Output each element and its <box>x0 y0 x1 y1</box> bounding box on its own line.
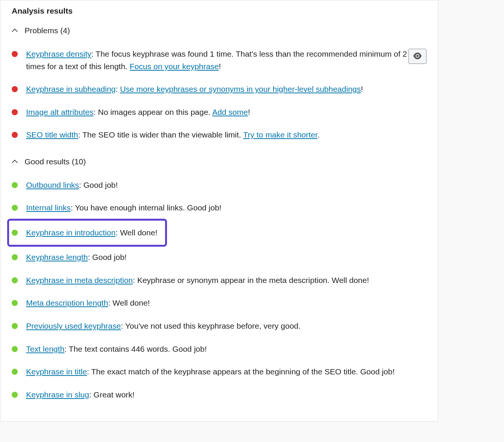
problems-section-toggle[interactable]: Problems (4) <box>12 26 427 35</box>
status-bullet-green <box>12 205 18 211</box>
status-bullet-red <box>12 51 18 57</box>
status-bullet-green <box>12 346 18 352</box>
result-text: Image alt attributes: No images appear o… <box>26 106 427 119</box>
result-action-link[interactable]: Focus on your keyphrase <box>130 62 219 71</box>
good-results-list: Outbound links: Good job! Internal links… <box>12 174 427 406</box>
result-item: Keyphrase density: The focus keyphrase w… <box>12 43 427 78</box>
result-text: Meta description length: Well done! <box>26 297 427 309</box>
status-bullet-green <box>12 323 18 329</box>
result-item: Keyphrase in subheading: Use more keyphr… <box>12 78 427 101</box>
result-link[interactable]: Text length <box>26 345 65 353</box>
result-link[interactable]: Image alt attributes <box>26 108 94 116</box>
good-results-section-toggle[interactable]: Good results (10) <box>12 157 427 166</box>
result-item: Text length: The text contains 446 words… <box>12 338 427 361</box>
result-link[interactable]: Keyphrase in introduction <box>26 228 116 237</box>
result-link[interactable]: Internal links <box>26 203 71 212</box>
result-item: Outbound links: Good job! <box>12 174 427 197</box>
status-bullet-green <box>12 277 18 283</box>
status-bullet-red <box>12 132 18 138</box>
result-link[interactable]: Keyphrase density <box>26 49 91 58</box>
result-link[interactable]: SEO title width <box>26 130 78 139</box>
status-bullet-green <box>12 392 18 398</box>
result-text: Outbound links: Good job! <box>26 179 427 192</box>
result-text: Keyphrase in subheading: Use more keyphr… <box>26 83 427 96</box>
result-text: Keyphrase in meta description: Keyphrase… <box>26 274 427 287</box>
chevron-up-icon <box>12 159 18 165</box>
status-bullet-green <box>12 182 18 188</box>
result-text: Previously used keyphrase: You've not us… <box>26 320 427 332</box>
chevron-up-icon <box>12 28 18 34</box>
status-bullet-green <box>12 300 18 306</box>
result-action-link[interactable]: Add some <box>212 108 248 116</box>
result-item: Keyphrase in meta description: Keyphrase… <box>12 269 427 292</box>
result-link[interactable]: Keyphrase in slug <box>26 390 89 399</box>
good-results-section-label: Good results (10) <box>25 157 86 166</box>
result-action-link[interactable]: Try to make it shorter <box>243 130 317 139</box>
result-text: Keyphrase in slug: Great work! <box>26 389 427 401</box>
mark-button[interactable] <box>408 49 427 64</box>
result-link[interactable]: Keyphrase in meta description <box>26 276 133 284</box>
result-item-highlighted: Keyphrase in introduction: Well done! <box>7 219 167 247</box>
result-link[interactable]: Keyphrase in title <box>26 367 87 376</box>
result-item: Internal links: You have enough internal… <box>12 196 427 219</box>
result-link[interactable]: Keyphrase length <box>26 253 88 261</box>
result-text: Keyphrase in introduction: Well done! <box>26 227 158 239</box>
result-link[interactable]: Keyphrase in subheading <box>26 85 116 93</box>
result-text: Text length: The text contains 446 words… <box>26 343 427 355</box>
status-bullet-green <box>12 254 18 260</box>
result-item: Keyphrase in slug: Great work! <box>12 383 427 406</box>
panel-title: Analysis results <box>12 6 427 15</box>
result-link[interactable]: Outbound links <box>26 181 79 189</box>
status-bullet-green <box>12 230 18 236</box>
status-bullet-green <box>12 369 18 375</box>
result-text: Keyphrase in title: The exact match of t… <box>26 366 427 378</box>
problems-list: Keyphrase density: The focus keyphrase w… <box>12 43 427 147</box>
result-text: SEO title width: The SEO title is wider … <box>26 129 427 141</box>
result-item: Image alt attributes: No images appear o… <box>12 101 427 124</box>
result-item: Keyphrase length: Good job! <box>12 246 427 269</box>
analysis-results-panel: Analysis results Problems (4) Keyphrase … <box>0 0 438 422</box>
result-item: Keyphrase in title: The exact match of t… <box>12 360 427 383</box>
result-text: Keyphrase density: The focus keyphrase w… <box>26 48 427 73</box>
result-item: SEO title width: The SEO title is wider … <box>12 124 427 147</box>
status-bullet-red <box>12 86 18 92</box>
result-action-link[interactable]: Use more keyphrases or synonyms in your … <box>120 85 361 93</box>
problems-section-label: Problems (4) <box>25 26 70 35</box>
result-text: Keyphrase length: Good job! <box>26 251 427 264</box>
status-bullet-red <box>12 109 18 115</box>
result-item: Previously used keyphrase: You've not us… <box>12 315 427 338</box>
result-item: Meta description length: Well done! <box>12 292 427 315</box>
result-link[interactable]: Previously used keyphrase <box>26 321 121 330</box>
result-text: Internal links: You have enough internal… <box>26 202 427 214</box>
eye-icon <box>413 53 422 60</box>
result-link[interactable]: Meta description length <box>26 298 108 307</box>
